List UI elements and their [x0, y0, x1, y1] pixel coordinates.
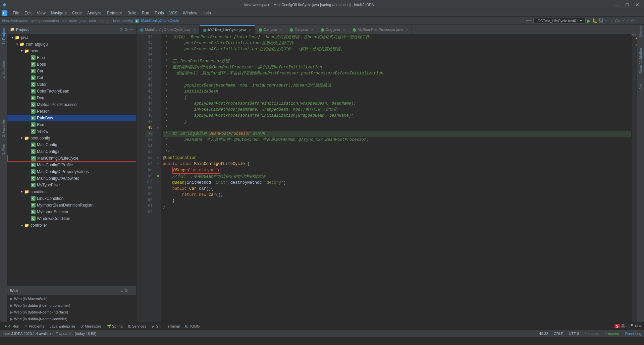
right-icon-3[interactable]: Ant [639, 84, 643, 90]
menu-window[interactable]: Window [180, 10, 200, 16]
close-button[interactable]: ✕ [633, 2, 641, 7]
menu-analyze[interactable]: Analyze [85, 10, 104, 16]
menu-file[interactable]: File [10, 10, 22, 16]
git-branch[interactable]: ⑂ master [605, 332, 620, 336]
menu-vcs[interactable]: VCS [167, 10, 180, 16]
tab-MyBeanPostProcessor[interactable]: ⬤ MyBeanPostProcessor.java ✕ [349, 25, 412, 34]
line-ending[interactable]: CRLF [554, 332, 564, 336]
right-icon-2[interactable]: Bean Validation [639, 48, 643, 73]
close-tab-MyBeanPostProcessor[interactable]: ✕ [406, 28, 408, 32]
tree-item-Yellow[interactable]: C Yellow [7, 128, 136, 135]
menu-edit[interactable]: Edit [22, 10, 34, 16]
tree-item-Person[interactable]: C Person [7, 108, 136, 115]
tree-item-LinuxCondition[interactable]: C LinuxCondition [7, 195, 136, 202]
todo-tab[interactable]: 6: TODO [183, 324, 202, 329]
run-tab[interactable]: ▶ 4: Run [3, 324, 21, 329]
tree-item-MainConifgOfAutowired[interactable]: C MainConifgOfAutowired [7, 175, 136, 182]
tree-item-MainConfig2[interactable]: C MainConfig2 [7, 148, 136, 155]
tree-item-MainConfig[interactable]: C MainConfig [7, 141, 136, 148]
menu-help[interactable]: Help [200, 10, 214, 16]
tree-item-RainBow[interactable]: C RainBow [7, 115, 136, 121]
collapse-icon[interactable]: — [129, 288, 133, 293]
minimize-button[interactable]: — [612, 2, 621, 7]
tree-item-MainConfigOfProfile[interactable]: C MainConfigOfProfile [7, 162, 136, 168]
sync-icon[interactable]: ⟳ [120, 27, 123, 32]
tree-item-Color[interactable]: C Color [7, 81, 136, 88]
ime-lang[interactable]: 英 [621, 324, 625, 329]
tree-item-MainConfigOfLifeCycle[interactable]: C MainConfigOfLifeCycle [7, 155, 136, 162]
tree-item-Dog[interactable]: C Dog [7, 95, 136, 101]
tree-item-MyBeanPostProcessor[interactable]: C MyBeanPostProcessor [7, 101, 136, 108]
minimize-panel-icon[interactable]: — [129, 27, 133, 32]
tree-item-boot-config[interactable]: ▼ 📁 boot.config [7, 135, 136, 141]
spring-tab[interactable]: 🌱 Spring [105, 324, 125, 329]
tab-MainConfigOfLifeCycle[interactable]: ⬤ MainConfigOfLifeCycle.java ✕ [137, 25, 200, 34]
more-run-options-button[interactable]: ⋯ [604, 18, 609, 23]
problems-tab[interactable]: ⚠ Problems [22, 324, 46, 329]
tab-Car[interactable]: ⬤ Car.java ✕ [255, 25, 286, 34]
tree-item-WindowsCondition[interactable]: C WindowsCondition [7, 215, 136, 222]
settings-icon[interactable]: ⚙ [124, 288, 128, 293]
code-content[interactable]: * 方式4）、BeanPostProcessor【interface】：bean… [161, 34, 631, 322]
tree-item-ColorFactoryBean[interactable]: C ColorFactoryBean [7, 88, 136, 95]
ime-more[interactable]: ≡ [639, 324, 641, 328]
web-icon[interactable]: 3: Web [2, 144, 5, 155]
ime-settings[interactable]: ⚙ [635, 324, 638, 328]
services-tab[interactable]: 8: Services [126, 324, 148, 329]
run-config-selector[interactable]: IOCTest_LifeCycle.test01 ▼ [533, 18, 585, 24]
tree-item-Boss[interactable]: C Boss [7, 61, 136, 68]
menu-tools[interactable]: Tools [152, 10, 167, 16]
close-tab-Car[interactable]: ✕ [280, 28, 282, 32]
tree-item-java[interactable]: ▼ 📁 java [7, 34, 136, 41]
tree-item-Cat[interactable]: C Cat [7, 74, 136, 81]
tree-item-MyImportSelector[interactable]: C MyImportSelector [7, 209, 136, 215]
tree-item-MainConfigOfPropertyValues[interactable]: C MainConfigOfPropertyValues [7, 168, 136, 175]
encoding[interactable]: UTF-8 [569, 332, 579, 336]
messages-tab[interactable]: 0: Messages [78, 324, 103, 329]
tab-Cat[interactable]: ⬤ Cat.java ✕ [286, 25, 317, 34]
tab-IOCTest-LifeCycle[interactable]: ⬤ IOCTest_LifeCycle.java ✕ [200, 25, 255, 34]
git-push-icon[interactable]: ↑ [635, 19, 637, 23]
close-tab-IOCTest[interactable]: ✕ [249, 28, 252, 32]
event-log-button[interactable]: Event Log [625, 332, 641, 336]
right-icon-1[interactable]: Maven [639, 26, 643, 37]
web-item-interface[interactable]: ▶ Web (in dubbo-jt-demo-interface) [7, 309, 136, 315]
project-icon[interactable]: 1: Project [2, 27, 6, 44]
terminal-tab[interactable]: Terminal [164, 324, 182, 329]
menu-view[interactable]: View [34, 10, 48, 16]
menu-navigate[interactable]: Navigate [48, 10, 69, 16]
close-tab-Cat[interactable]: ✕ [311, 28, 314, 32]
web-item-consumer[interactable]: ▶ Web (in dubbo-jt-demo-consumer) [7, 302, 136, 309]
git-tab[interactable]: 9: Git [150, 324, 162, 329]
menu-refactor[interactable]: Refactor [104, 10, 125, 16]
tree-item-bean[interactable]: ▼ 📁 bean [7, 48, 136, 54]
tree-item-Car[interactable]: C Car [7, 68, 136, 74]
ime-mic[interactable]: 🎤 [629, 324, 633, 328]
menu-build[interactable]: Build [125, 10, 139, 16]
code-editor[interactable]: 3334353637 3839404142 4344454647 48 49 5… [137, 34, 637, 322]
cursor-position[interactable]: 49:38 [539, 332, 548, 336]
run-button[interactable]: ▶ [587, 18, 591, 23]
favorites-icon[interactable]: 2: Favorites [2, 119, 5, 137]
tree-item-com-atguigu[interactable]: ▼ 📁 com.atguigu [7, 41, 136, 48]
web-item-provider[interactable]: ▶ Web (in dubbo-jt-demo-provider) [7, 315, 136, 322]
close-tab-MainConfigOfLifeCycle[interactable]: ✕ [193, 28, 196, 32]
tree-item-controller[interactable]: ▶ 📁 controller [7, 222, 136, 229]
git-more-icon[interactable]: ⋯ [638, 18, 642, 23]
tab-Dog[interactable]: ⬤ Dog.java ✕ [317, 25, 349, 34]
web-item-maven[interactable]: ▶ Web (in MavenWeb) [7, 295, 136, 302]
tree-item-Blue[interactable]: C Blue [7, 54, 136, 61]
maximize-button[interactable]: □ [624, 2, 631, 7]
tree-item-condition[interactable]: ▼ 📁 condition [7, 188, 136, 195]
java-enterprise-tab[interactable]: Java Enterprise [48, 324, 77, 329]
debug-button[interactable]: 🐛 [592, 18, 597, 23]
close-tab-Dog[interactable]: ✕ [343, 28, 345, 32]
menu-code[interactable]: Code [69, 10, 85, 16]
git-history-icon[interactable]: ↺ [631, 18, 634, 23]
indent[interactable]: 4 spaces [585, 332, 599, 336]
structure-icon[interactable]: 2: Structure [2, 61, 5, 78]
navigate-back-icon[interactable]: ⟵ [526, 18, 532, 23]
ime-punct[interactable]: · [626, 324, 627, 328]
tree-item-MyTypeFilter[interactable]: C MyTypeFilter [7, 182, 136, 188]
menu-run[interactable]: Run [139, 10, 152, 16]
